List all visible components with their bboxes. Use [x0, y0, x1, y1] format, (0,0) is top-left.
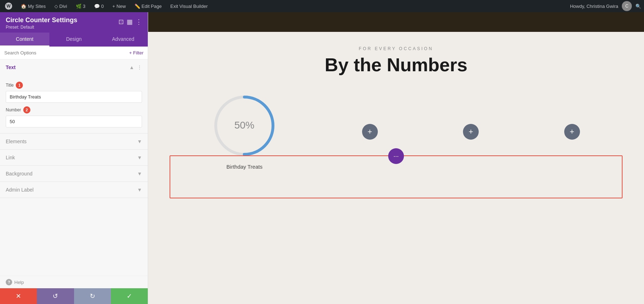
number-input[interactable] — [6, 116, 142, 127]
tab-advanced[interactable]: Advanced — [98, 33, 148, 47]
add-counter-button-2[interactable]: + — [463, 124, 479, 140]
dots-icon[interactable]: ⋮ — [137, 64, 142, 70]
wp-logo: W — [5, 3, 12, 10]
undo-button[interactable]: ↺ — [37, 288, 74, 304]
section-heading: By the Numbers — [170, 54, 623, 76]
section-elements-header[interactable]: Elements ▼ — [0, 134, 148, 149]
quote-section: ··· — [170, 155, 623, 198]
section-background-title: Background — [6, 171, 33, 177]
section-text-icons: ▲ ⋮ — [129, 64, 142, 70]
section-link-header[interactable]: Link ▼ — [0, 150, 148, 165]
add-counter-button-3[interactable]: + — [564, 124, 580, 140]
panel-preset[interactable]: Preset: Default — [6, 25, 77, 30]
chevron-down-icon[interactable]: ▼ — [137, 171, 142, 177]
edit-page-item[interactable]: ✏️ Edit Page — [132, 0, 164, 12]
tab-content[interactable]: Content — [0, 33, 49, 47]
svg-text:50%: 50% — [234, 120, 254, 131]
title-badge: 1 — [16, 82, 23, 89]
section-text-header[interactable]: Text ▲ ⋮ — [0, 59, 148, 75]
section-admin-label-header[interactable]: Admin Label ▼ — [0, 182, 148, 198]
my-sites-item[interactable]: 🏠 My Sites — [19, 0, 48, 12]
section-background-icons: ▼ — [137, 171, 142, 177]
tab-design[interactable]: Design — [49, 33, 99, 47]
plus-icon: + — [112, 4, 115, 9]
section-link-title: Link — [6, 155, 15, 160]
tabs: Content Design Advanced — [0, 33, 148, 47]
pencil-icon: ✏️ — [135, 4, 140, 9]
section-background: Background ▼ — [0, 166, 148, 182]
help-row: ? Help — [0, 276, 148, 288]
divi-item[interactable]: ◇ Divi — [52, 0, 69, 12]
section-elements-title: Elements — [6, 139, 26, 144]
chevron-up-icon[interactable]: ▲ — [129, 64, 134, 70]
section-link-icons: ▼ — [137, 155, 142, 160]
add-counter-button-1[interactable]: + — [362, 124, 378, 140]
redo-button[interactable]: ↻ — [74, 288, 111, 304]
resize-icon[interactable]: ⊡ — [118, 18, 124, 26]
exit-builder-item[interactable]: Exit Visual Builder — [168, 0, 210, 12]
divi-icon: ◇ — [54, 4, 58, 9]
title-field-label: Title 1 — [6, 82, 142, 89]
leaf-icon: 🌿 — [76, 4, 82, 9]
more-icon[interactable]: ⋮ — [136, 18, 142, 26]
help-label[interactable]: Help — [14, 280, 24, 285]
canvas-topband — [148, 12, 644, 32]
section-occasion-label: FOR EVERY OCCASION — [170, 46, 623, 51]
save-button[interactable]: ✓ — [111, 288, 148, 304]
bottom-buttons: ✕ ↺ ↻ ✓ — [0, 288, 148, 304]
filter-button[interactable]: + Filter — [129, 50, 143, 56]
title-input[interactable] — [6, 91, 142, 103]
chevron-down-icon[interactable]: ▼ — [137, 139, 142, 144]
cancel-button[interactable]: ✕ — [0, 288, 37, 304]
circle-svg-wrapper: 50% — [212, 93, 277, 158]
comments-item[interactable]: 🌿 3 — [74, 0, 88, 12]
dots-icon: ··· — [393, 153, 399, 160]
section-text-content: Title 1 Number 2 — [0, 75, 148, 133]
search-bar: + Filter — [0, 47, 148, 59]
help-circle-icon: ? — [6, 279, 12, 285]
user-avatar[interactable]: C — [622, 1, 632, 11]
circle-svg: 50% — [212, 93, 277, 158]
panel-header-icons: ⊡ ▦ ⋮ — [118, 18, 142, 26]
panel-content: Text ▲ ⋮ Title 1 Number 2 — [0, 59, 148, 276]
number-field-label: Number 2 — [6, 106, 142, 114]
section-link: Link ▼ — [0, 150, 148, 166]
section-elements-icons: ▼ — [137, 139, 142, 144]
number-badge: 2 — [23, 106, 30, 114]
section-text-title: Text — [6, 64, 16, 70]
chevron-down-icon[interactable]: ▼ — [137, 187, 142, 193]
panel-title: Circle Counter Settings — [6, 16, 77, 24]
home-icon: 🏠 — [21, 4, 26, 9]
search-icon[interactable]: 🔍 — [635, 4, 641, 9]
chevron-down-icon[interactable]: ▼ — [137, 155, 142, 160]
wp-admin-bar: W 🏠 My Sites ◇ Divi 🌿 3 💬 0 + New ✏️ Edi… — [0, 0, 644, 12]
section-admin-label-title: Admin Label — [6, 187, 34, 193]
bubbles-item[interactable]: 💬 0 — [92, 0, 106, 12]
canvas-body: FOR EVERY OCCASION By the Numbers 50% — [148, 32, 644, 198]
section-elements: Elements ▼ — [0, 134, 148, 150]
search-input[interactable] — [4, 50, 126, 56]
quote-bubble-button[interactable]: ··· — [388, 148, 404, 164]
section-text: Text ▲ ⋮ Title 1 Number 2 — [0, 59, 148, 134]
wp-bar-right: Howdy, Christina Gwira C 🔍 — [570, 1, 641, 11]
panel-header: Circle Counter Settings Preset: Default … — [0, 12, 148, 33]
section-admin-label-icons: ▼ — [137, 187, 142, 193]
wp-logo-item[interactable]: W — [3, 0, 14, 12]
section-background-header[interactable]: Background ▼ — [0, 166, 148, 182]
canvas: FOR EVERY OCCASION By the Numbers 50% — [148, 12, 644, 304]
left-panel: Circle Counter Settings Preset: Default … — [0, 12, 148, 304]
new-item[interactable]: + New — [110, 0, 128, 12]
main-area: Circle Counter Settings Preset: Default … — [0, 12, 644, 304]
columns-icon[interactable]: ▦ — [127, 18, 133, 26]
bubble-icon: 💬 — [94, 4, 100, 9]
section-admin-label: Admin Label ▼ — [0, 182, 148, 198]
